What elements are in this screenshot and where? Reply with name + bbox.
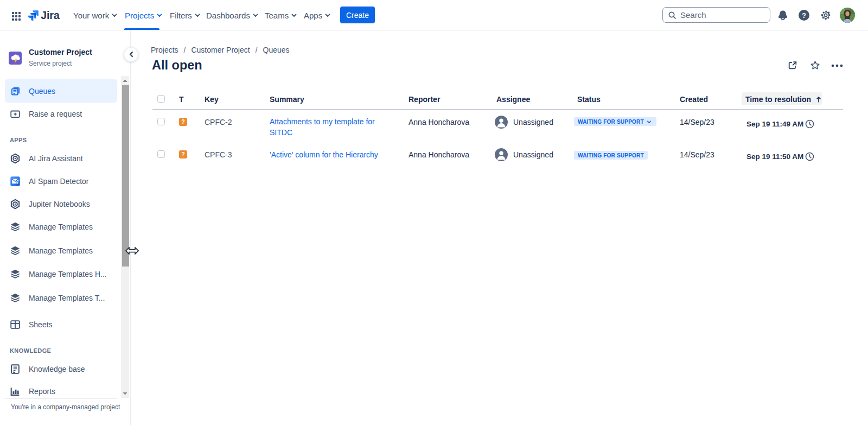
svg-text:?: ? — [802, 11, 806, 20]
